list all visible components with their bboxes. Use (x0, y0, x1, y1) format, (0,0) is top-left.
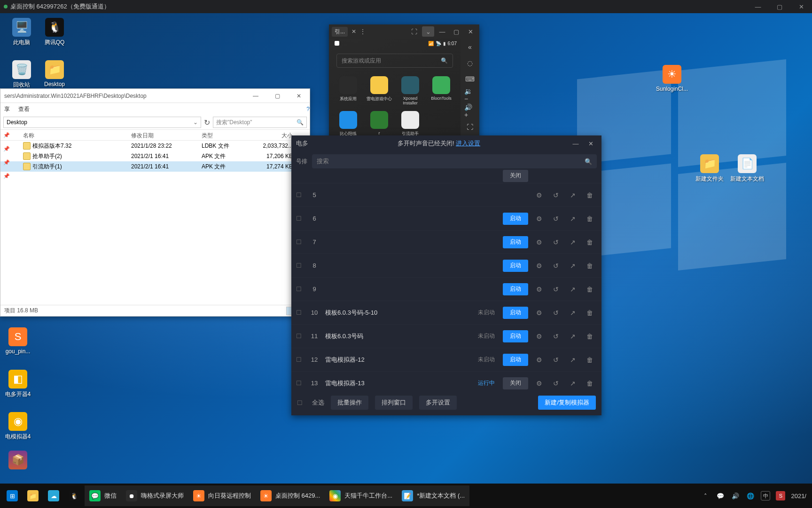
export-icon[interactable]: ↗ (569, 333, 577, 340)
settings-icon[interactable]: ⚙ (535, 333, 543, 340)
loop-icon[interactable]: ◌ (464, 57, 476, 69)
instance-row[interactable]: ☐8启动⚙↺↗🗑 (291, 254, 601, 278)
export-icon[interactable]: ↗ (569, 286, 577, 293)
restart-icon[interactable]: ↺ (552, 286, 560, 293)
start-instance-button[interactable]: 启动 (503, 213, 528, 225)
col-sort-label[interactable]: 号排 (296, 158, 307, 166)
export-icon[interactable]: ↗ (569, 215, 577, 222)
ribbon-help-icon[interactable]: ? (306, 106, 310, 112)
minimize-button[interactable]: — (747, 0, 769, 13)
start-instance-button[interactable]: 启动 (503, 260, 528, 272)
new-clone-button[interactable]: 新建/复制模拟器 (538, 396, 596, 410)
delete-icon[interactable]: 🗑 (586, 262, 594, 270)
desktop-icon-ld-multi[interactable]: ◧ 电多开器4 (0, 370, 36, 398)
fullscreen-icon[interactable]: ⛶ (464, 121, 476, 133)
android-app[interactable]: r (366, 111, 393, 137)
taskbar-item[interactable]: ☁ (43, 485, 64, 506)
taskbar-item[interactable]: ◉天猫千牛工作台... (325, 485, 397, 506)
start-instance-button[interactable]: 启动 (503, 307, 528, 319)
manager-titlebar[interactable]: 电多 多开时声音已经关闭! 进入设置 — ✕ (291, 135, 601, 151)
export-icon[interactable]: ↗ (569, 262, 577, 270)
android-app[interactable]: 雷电游戏中心 (366, 76, 393, 105)
android-app[interactable]: 系统应用 (335, 76, 362, 105)
arrange-windows-button[interactable]: 排列窗口 (375, 396, 413, 410)
taskbar-item[interactable]: 🐧 (64, 485, 85, 506)
instance-row[interactable]: ☐11模板6.0.3号码未启动启动⚙↺↗🗑 (291, 325, 601, 348)
emulator-more-icon[interactable]: ⋮ (360, 28, 366, 35)
desktop-icon-new-folder[interactable]: 📁 新建文件夹 (692, 154, 727, 183)
desktop-icon-sunlogin[interactable]: ☀ SunloginCl... (654, 65, 690, 92)
restart-icon[interactable]: ↺ (552, 215, 560, 222)
delete-icon[interactable]: 🗑 (586, 356, 594, 364)
close-instance-button[interactable]: 关闭 (503, 377, 528, 389)
restart-icon[interactable]: ↺ (552, 380, 560, 387)
start-instance-button[interactable]: 启动 (503, 236, 528, 248)
taskbar-item[interactable]: ⊞ (2, 485, 23, 506)
row-checkbox[interactable]: ☐ (296, 262, 306, 269)
restart-icon[interactable]: ↺ (552, 309, 560, 317)
android-app[interactable]: 引流助手 (397, 111, 424, 137)
delete-icon[interactable]: 🗑 (586, 309, 594, 317)
col-date[interactable]: 修改日期 (127, 130, 198, 140)
row-checkbox[interactable]: ☐ (296, 356, 306, 363)
row-checkbox[interactable]: ☐ (296, 238, 306, 246)
col-name[interactable]: 名称 (19, 130, 127, 140)
file-row[interactable]: 抢单助手(2)2021/2/1 16:41APK 文件17,206 KB (0, 151, 310, 161)
row-checkbox[interactable]: ☐ (296, 191, 306, 198)
start-instance-button[interactable]: 启动 (503, 330, 528, 342)
emulator-close-button[interactable]: ✕ (464, 26, 476, 37)
explorer-maximize-button[interactable]: ▢ (266, 89, 288, 103)
ribbon-tab[interactable]: 查看 (18, 105, 30, 113)
pin-icon[interactable]: 📌 (3, 159, 10, 166)
instance-row[interactable]: ☐9启动⚙↺↗🗑 (291, 278, 601, 301)
manager-minimize-button[interactable]: — (570, 137, 582, 150)
export-icon[interactable]: ↗ (569, 309, 577, 317)
explorer-titlebar[interactable]: sers\Administrator.Win102021AFBHRF\Deskt… (0, 89, 310, 103)
select-all-checkbox[interactable]: ☐ (297, 399, 305, 406)
export-icon[interactable]: ↗ (569, 238, 577, 246)
instance-row[interactable]: ☐12雷电模拟器-12未启动启动⚙↺↗🗑 (291, 348, 601, 372)
restart-icon[interactable]: ↺ (552, 191, 560, 199)
settings-icon[interactable]: ⚙ (535, 356, 543, 364)
instance-row[interactable]: ☐6启动⚙↺↗🗑 (291, 207, 601, 230)
row-checkbox[interactable]: ☐ (296, 309, 306, 316)
desktop-icon-sogou[interactable]: S gou_pin... (0, 327, 36, 355)
emulator-titlebar[interactable]: 引... ✕ ⋮ ⛶ ⌄ — ▢ ✕ (329, 24, 479, 39)
tray-volume-icon[interactable]: 🔊 (731, 491, 740, 500)
emulator-dropdown-icon[interactable]: ⌄ (422, 26, 434, 37)
start-instance-button[interactable]: 启动 (503, 283, 528, 295)
android-app[interactable]: 比心陪练 (335, 111, 362, 137)
restart-icon[interactable]: ↺ (552, 356, 560, 364)
tray-ime-zh-icon[interactable]: 中 (761, 491, 770, 500)
delete-icon[interactable]: 🗑 (586, 333, 594, 340)
refresh-icon[interactable]: ↻ (204, 118, 210, 127)
settings-icon[interactable]: ⚙ (535, 309, 543, 317)
row-checkbox[interactable]: ☐ (296, 286, 306, 293)
settings-icon[interactable]: ⚙ (535, 191, 543, 199)
taskbar-item[interactable]: 📝*新建文本文档 (... (397, 485, 469, 506)
tray-chevron-icon[interactable]: ˄ (701, 491, 710, 500)
col-type[interactable]: 类型 (198, 130, 250, 140)
android-app[interactable]: BlocnTools (428, 76, 455, 105)
batch-operate-button[interactable]: 批量操作 (331, 396, 368, 410)
vol-up-icon[interactable]: 🔊+ (464, 105, 476, 117)
pin-icon[interactable]: 📌 (3, 132, 10, 138)
explorer-address-bar[interactable]: Desktop ⌄ (3, 117, 201, 128)
restart-icon[interactable]: ↺ (552, 238, 560, 246)
multi-settings-button[interactable]: 多开设置 (419, 396, 457, 410)
settings-icon[interactable]: ⚙ (535, 238, 543, 246)
keyboard-icon[interactable]: ⌨ (464, 73, 476, 85)
taskbar-item[interactable]: ☀向日葵远程控制 (188, 485, 256, 506)
instance-row[interactable]: ☐7启动⚙↺↗🗑 (291, 230, 601, 254)
desktop-icon-folder[interactable]: 📁 Desktop (37, 60, 72, 87)
delete-icon[interactable]: 🗑 (586, 191, 594, 199)
taskbar-item[interactable]: 💬微信 (85, 485, 121, 506)
delete-icon[interactable]: 🗑 (586, 286, 594, 293)
delete-icon[interactable]: 🗑 (586, 380, 594, 387)
emulator-maximize-button[interactable]: ▢ (450, 26, 462, 37)
instance-row[interactable]: ☐5⚙↺↗🗑 (291, 183, 601, 207)
desktop-icon-qq[interactable]: 🐧 腾讯QQ (37, 18, 72, 47)
restart-icon[interactable]: ↺ (552, 262, 560, 270)
instance-row[interactable]: 关闭 ⚙↺↗🗑 (291, 168, 601, 183)
export-icon[interactable]: ↗ (569, 356, 577, 364)
